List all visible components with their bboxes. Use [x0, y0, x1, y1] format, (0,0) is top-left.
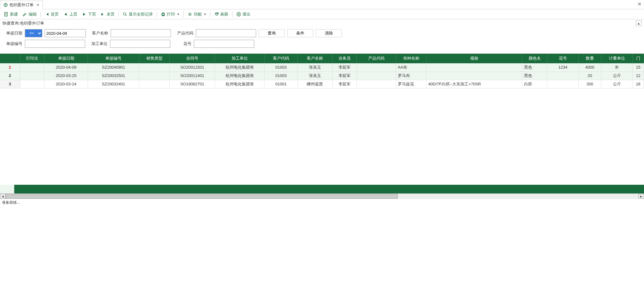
cell[interactable] [547, 80, 579, 88]
cell[interactable]: 李延军 [332, 71, 356, 80]
cell[interactable] [357, 80, 396, 88]
cell[interactable] [20, 63, 44, 71]
window-close-icon[interactable]: ✕ [637, 1, 642, 7]
cell[interactable]: AA布 [396, 63, 426, 71]
cust-input[interactable] [111, 29, 171, 37]
cell[interactable] [139, 71, 170, 80]
tab-order[interactable]: 色织委外订单 ✕ [0, 1, 43, 9]
proc-input[interactable] [110, 40, 170, 48]
cell[interactable]: SO20011501 [170, 63, 215, 71]
cell[interactable]: 杭州电化集团有 [215, 71, 264, 80]
date-op-select[interactable]: <= [25, 29, 42, 37]
cell[interactable]: 01003 [264, 63, 297, 71]
table-row[interactable]: 12020-04-09SZ20040901SO20011501杭州电化集团有01… [0, 63, 644, 71]
cell[interactable]: 杭州电化集团有 [215, 63, 264, 71]
cell[interactable] [357, 63, 396, 71]
cell[interactable]: 黑色 [522, 63, 547, 71]
col-header[interactable]: 单据日期 [44, 54, 88, 63]
cell[interactable]: 2020-04-09 [44, 63, 88, 71]
new-button[interactable]: 新建 [2, 11, 20, 18]
prod-input[interactable] [196, 29, 256, 37]
col-header[interactable]: 客户名称 [297, 54, 332, 63]
cell[interactable]: 16 [632, 80, 644, 88]
h-scrollbar[interactable]: ◄ ► [0, 193, 644, 199]
cell[interactable]: 嵊州嘉慧 [297, 80, 332, 88]
cell[interactable]: 黑色 [522, 71, 547, 80]
cell[interactable]: SO20011401 [170, 71, 215, 80]
cell[interactable]: 4000 [578, 63, 601, 71]
refresh-button[interactable]: 刷新 [212, 11, 230, 18]
cell[interactable]: 01003 [264, 71, 297, 80]
cell[interactable]: 李延军 [332, 80, 356, 88]
cell[interactable]: 张美玉 [297, 71, 332, 80]
cell[interactable]: 12 [632, 71, 644, 80]
cell[interactable] [547, 71, 579, 80]
cell[interactable]: 20 [578, 71, 601, 80]
cell[interactable]: 米 [601, 63, 632, 71]
cell[interactable] [139, 63, 170, 71]
col-header[interactable]: 销售类型 [139, 54, 170, 63]
scroll-right-icon[interactable]: ► [638, 194, 644, 199]
col-header[interactable]: 花号 [547, 54, 579, 63]
scroll-left-icon[interactable]: ◄ [0, 194, 6, 199]
col-header[interactable]: 布种名称 [396, 54, 426, 63]
col-header[interactable]: 加工单位 [215, 54, 264, 63]
scroll-thumb[interactable] [6, 194, 398, 199]
function-button[interactable]: 功能 ▼ [186, 11, 208, 18]
col-header[interactable]: 颜色名 [522, 54, 547, 63]
col-header[interactable]: 打印次 [20, 54, 44, 63]
cell[interactable] [20, 80, 44, 88]
cell[interactable]: SZ20040901 [88, 63, 139, 71]
cell[interactable]: SO19062701 [170, 80, 215, 88]
cell[interactable]: 01001 [264, 80, 297, 88]
row-number[interactable]: 1 [0, 63, 20, 71]
cell[interactable] [357, 71, 396, 80]
cell[interactable]: 杭州电化集团有 [215, 80, 264, 88]
col-header[interactable]: 数量 [578, 54, 601, 63]
col-header[interactable]: 规格 [426, 54, 522, 63]
cell[interactable]: 300 [578, 80, 601, 88]
cell[interactable]: 公斤 [601, 80, 632, 88]
cell[interactable]: 罗马提花 [396, 80, 426, 88]
cell[interactable]: SZ20032501 [88, 71, 139, 80]
cell[interactable] [426, 71, 522, 80]
pattern-input[interactable] [194, 40, 254, 48]
query-button[interactable]: 查询 [259, 29, 285, 37]
prev-page-button[interactable]: 上页 [61, 11, 79, 18]
tab-close-icon[interactable]: ✕ [36, 3, 39, 7]
exit-button[interactable]: 退出 [234, 11, 252, 18]
edit-button[interactable]: 编辑 [21, 11, 39, 18]
next-page-button[interactable]: 下页 [80, 11, 98, 18]
table-row[interactable]: 32020-03-24SZ20032401SO19062701杭州电化集团有01… [0, 80, 644, 88]
cell[interactable]: 李延军 [332, 63, 356, 71]
col-header[interactable]: 业务员 [332, 54, 356, 63]
cell[interactable]: 2020-03-24 [44, 80, 88, 88]
row-number[interactable]: 2 [0, 71, 20, 80]
show-all-button[interactable]: 显示全部记录 [121, 11, 155, 18]
clear-button[interactable]: 清除 [316, 29, 342, 37]
cell[interactable]: 15 [632, 63, 644, 71]
cell[interactable]: 40D/7F白胚--大东加工+70SR [426, 80, 522, 88]
col-header[interactable]: 单据编号 [88, 54, 139, 63]
cell[interactable]: 罗马布 [396, 71, 426, 80]
col-header[interactable]: 合同号 [170, 54, 215, 63]
col-header[interactable]: 客户代码 [264, 54, 297, 63]
scroll-track[interactable] [6, 194, 638, 199]
first-page-button[interactable]: 首页 [43, 11, 61, 18]
cell[interactable]: SZ20032401 [88, 80, 139, 88]
col-header[interactable] [0, 54, 20, 63]
cell[interactable]: 2020-03-25 [44, 71, 88, 80]
col-header[interactable]: 门 [632, 54, 644, 63]
cell[interactable] [139, 80, 170, 88]
col-header[interactable]: 产品代码 [357, 54, 396, 63]
cell[interactable]: 1234 [547, 63, 579, 71]
last-page-button[interactable]: 末页 [99, 11, 117, 18]
cell[interactable]: 白胚 [522, 80, 547, 88]
row-number[interactable]: 3 [0, 80, 20, 88]
col-header[interactable]: 计量单位 [601, 54, 632, 63]
condition-button[interactable]: 条件 [287, 29, 313, 37]
cell[interactable] [20, 71, 44, 80]
cell[interactable]: 张美玉 [297, 63, 332, 71]
collapse-button[interactable]: ▲ [636, 20, 642, 26]
table-row[interactable]: 22020-03-25SZ20032501SO20011401杭州电化集团有01… [0, 71, 644, 80]
